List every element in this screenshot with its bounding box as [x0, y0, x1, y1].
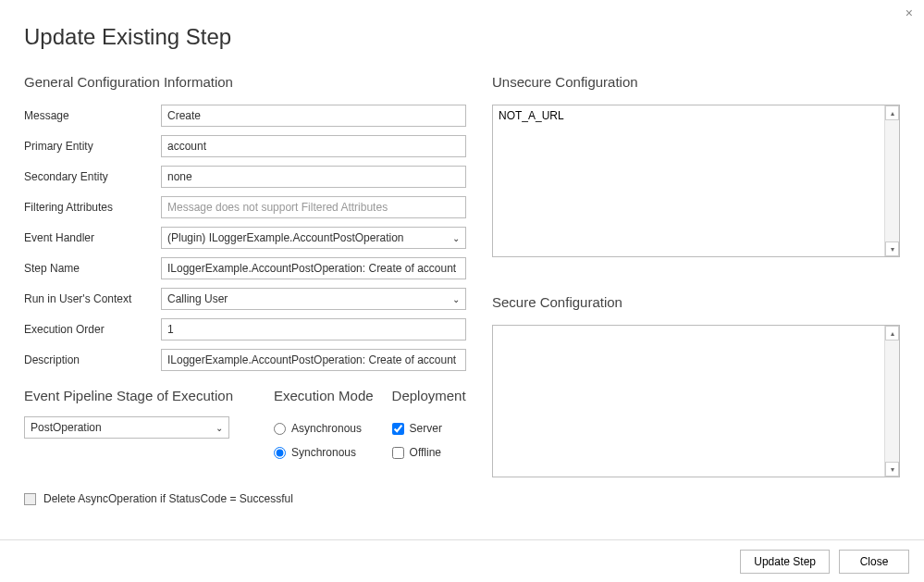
step-name-input[interactable] [161, 257, 466, 279]
scrollbar: ▴ ▾ [884, 105, 899, 256]
secure-config-wrapper: ▴ ▾ [492, 325, 900, 477]
server-checkbox[interactable] [392, 423, 404, 435]
delete-async-checkbox[interactable] [24, 493, 36, 505]
footer: Update Step Close [0, 539, 924, 582]
label-user-context: Run in User's Context [24, 292, 161, 305]
event-handler-value: (Plugin) ILoggerExample.AccountPostOpera… [167, 231, 452, 244]
label-filtering-attributes: Filtering Attributes [24, 201, 161, 214]
dialog-body: Update Existing Step General Configurati… [0, 0, 924, 505]
user-context-select[interactable]: Calling User ⌄ [161, 288, 466, 310]
chevron-down-icon: ⌄ [216, 423, 223, 433]
scroll-down-icon[interactable]: ▾ [885, 241, 899, 256]
scrollbar: ▴ ▾ [884, 326, 899, 477]
label-step-name: Step Name [24, 262, 161, 275]
scroll-up-icon[interactable]: ▴ [885, 326, 899, 341]
chevron-down-icon: ⌄ [452, 233, 460, 243]
secure-config-textarea[interactable] [493, 326, 884, 477]
left-column: General Configuration Information Messag… [24, 74, 466, 505]
unsecure-heading: Unsecure Configuration [492, 74, 900, 90]
unsecure-config-wrapper: ▴ ▾ [492, 105, 900, 257]
async-label: Asynchronous [291, 422, 362, 435]
async-radio[interactable] [274, 423, 286, 435]
sync-radio[interactable] [274, 447, 286, 459]
filtering-attributes-input [161, 196, 466, 218]
pipeline-stage-select[interactable]: PostOperation ⌄ [24, 416, 229, 439]
label-execution-order: Execution Order [24, 323, 161, 336]
label-message: Message [24, 109, 161, 122]
offline-label: Offline [410, 446, 441, 459]
user-context-value: Calling User [167, 292, 452, 305]
label-primary-entity: Primary Entity [24, 140, 161, 153]
sync-label: Synchronous [291, 446, 356, 459]
pipeline-heading: Event Pipeline Stage of Execution [24, 388, 255, 403]
execution-mode-heading: Execution Mode [274, 388, 374, 403]
update-step-button[interactable]: Update Step [740, 550, 830, 574]
secure-heading: Secure Configuration [492, 294, 900, 310]
pipeline-stage-value: PostOperation [31, 421, 216, 434]
offline-checkbox[interactable] [392, 447, 404, 459]
label-event-handler: Event Handler [24, 231, 161, 244]
deployment-heading: Deployment [392, 388, 466, 403]
close-button[interactable]: Close [839, 550, 909, 574]
delete-async-label: Delete AsyncOperation if StatusCode = Su… [43, 492, 293, 505]
chevron-down-icon: ⌄ [452, 294, 460, 304]
scroll-down-icon[interactable]: ▾ [885, 462, 899, 477]
label-description: Description [24, 353, 161, 366]
server-label: Server [410, 422, 442, 435]
label-secondary-entity: Secondary Entity [24, 170, 161, 183]
right-column: Unsecure Configuration ▴ ▾ Secure Config… [492, 74, 900, 505]
description-input[interactable] [161, 349, 466, 371]
close-icon[interactable]: × [906, 6, 913, 20]
scroll-up-icon[interactable]: ▴ [885, 105, 899, 120]
event-handler-select[interactable]: (Plugin) ILoggerExample.AccountPostOpera… [161, 227, 466, 249]
message-input[interactable] [161, 105, 466, 127]
secondary-entity-input[interactable] [161, 166, 466, 188]
unsecure-config-textarea[interactable] [493, 105, 884, 256]
general-heading: General Configuration Information [24, 74, 466, 90]
primary-entity-input[interactable] [161, 135, 466, 157]
execution-order-input[interactable] [161, 318, 466, 341]
page-title: Update Existing Step [24, 24, 900, 50]
